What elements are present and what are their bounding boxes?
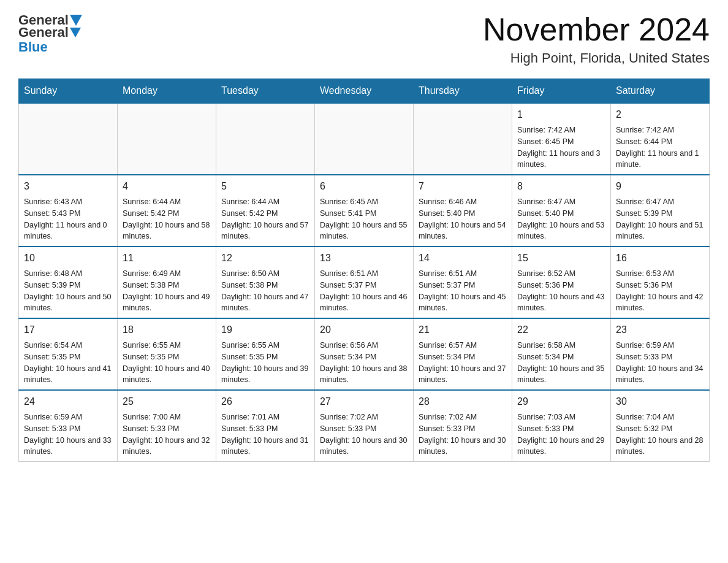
- calendar-cell: 11Sunrise: 6:49 AMSunset: 5:38 PMDayligh…: [118, 247, 216, 318]
- day-number: 10: [24, 251, 112, 266]
- day-number: 29: [517, 394, 605, 409]
- calendar-cell: 9Sunrise: 6:47 AMSunset: 5:39 PMDaylight…: [611, 175, 710, 247]
- calendar-cell: 10Sunrise: 6:48 AMSunset: 5:39 PMDayligh…: [19, 247, 118, 318]
- day-number: 5: [221, 179, 309, 194]
- calendar-cell: 15Sunrise: 6:52 AMSunset: 5:36 PMDayligh…: [512, 247, 611, 318]
- day-info: Sunrise: 6:53 AMSunset: 5:36 PMDaylight:…: [616, 268, 704, 314]
- calendar-cell: [118, 103, 216, 175]
- calendar-cell: [216, 103, 315, 175]
- calendar-cell: 19Sunrise: 6:55 AMSunset: 5:35 PMDayligh…: [216, 318, 315, 390]
- day-number: 24: [24, 394, 112, 409]
- day-info: Sunrise: 6:57 AMSunset: 5:34 PMDaylight:…: [419, 340, 507, 386]
- calendar-cell: 14Sunrise: 6:51 AMSunset: 5:37 PMDayligh…: [414, 247, 512, 318]
- calendar-cell: 1Sunrise: 7:42 AMSunset: 6:45 PMDaylight…: [512, 103, 611, 175]
- calendar-cell: 12Sunrise: 6:50 AMSunset: 5:38 PMDayligh…: [216, 247, 315, 318]
- col-monday: Monday: [118, 79, 216, 104]
- day-number: 16: [616, 251, 704, 266]
- day-info: Sunrise: 7:04 AMSunset: 5:32 PMDaylight:…: [616, 412, 704, 458]
- calendar-cell: 29Sunrise: 7:03 AMSunset: 5:33 PMDayligh…: [512, 390, 611, 462]
- day-info: Sunrise: 6:45 AMSunset: 5:41 PMDaylight:…: [320, 196, 408, 242]
- day-number: 18: [123, 323, 211, 337]
- day-info: Sunrise: 6:50 AMSunset: 5:38 PMDaylight:…: [221, 268, 309, 314]
- week-row-5: 24Sunrise: 6:59 AMSunset: 5:33 PMDayligh…: [19, 390, 710, 462]
- day-number: 22: [517, 323, 605, 337]
- day-number: 26: [221, 394, 309, 409]
- day-info: Sunrise: 6:48 AMSunset: 5:39 PMDaylight:…: [24, 268, 112, 314]
- day-info: Sunrise: 6:55 AMSunset: 5:35 PMDaylight:…: [221, 340, 309, 386]
- week-row-1: 1Sunrise: 7:42 AMSunset: 6:45 PMDaylight…: [19, 103, 710, 175]
- day-number: 27: [320, 394, 408, 409]
- calendar-cell: 13Sunrise: 6:51 AMSunset: 5:37 PMDayligh…: [315, 247, 414, 318]
- title-area: November 2024 High Point, Florida, Unite…: [483, 12, 710, 66]
- day-info: Sunrise: 7:03 AMSunset: 5:33 PMDaylight:…: [517, 412, 605, 458]
- day-number: 8: [517, 179, 605, 194]
- day-number: 13: [320, 251, 408, 266]
- day-number: 11: [123, 251, 211, 266]
- col-tuesday: Tuesday: [216, 79, 315, 104]
- day-number: 1: [517, 107, 605, 122]
- day-info: Sunrise: 6:43 AMSunset: 5:43 PMDaylight:…: [24, 196, 112, 242]
- calendar-cell: 26Sunrise: 7:01 AMSunset: 5:33 PMDayligh…: [216, 390, 315, 462]
- day-info: Sunrise: 7:42 AMSunset: 6:44 PMDaylight:…: [616, 124, 704, 170]
- col-sunday: Sunday: [19, 79, 118, 104]
- calendar-cell: [19, 103, 118, 175]
- col-wednesday: Wednesday: [315, 79, 414, 104]
- calendar-cell: 23Sunrise: 6:59 AMSunset: 5:33 PMDayligh…: [611, 318, 710, 390]
- calendar-cell: 2Sunrise: 7:42 AMSunset: 6:44 PMDaylight…: [611, 103, 710, 175]
- day-number: 30: [616, 394, 704, 409]
- location-subtitle: High Point, Florida, United States: [483, 50, 710, 66]
- day-number: 17: [24, 323, 112, 337]
- logo-blue-text: Blue: [18, 39, 48, 55]
- header-row: Sunday Monday Tuesday Wednesday Thursday…: [19, 79, 710, 104]
- day-info: Sunrise: 6:49 AMSunset: 5:38 PMDaylight:…: [123, 268, 211, 314]
- day-info: Sunrise: 6:59 AMSunset: 5:33 PMDaylight:…: [616, 340, 704, 386]
- calendar-cell: 16Sunrise: 6:53 AMSunset: 5:36 PMDayligh…: [611, 247, 710, 318]
- day-number: 21: [419, 323, 507, 337]
- day-number: 2: [616, 107, 704, 122]
- col-thursday: Thursday: [414, 79, 512, 104]
- day-info: Sunrise: 6:58 AMSunset: 5:34 PMDaylight:…: [517, 340, 605, 386]
- day-number: 6: [320, 179, 408, 194]
- day-number: 15: [517, 251, 605, 266]
- day-info: Sunrise: 7:01 AMSunset: 5:33 PMDaylight:…: [221, 412, 309, 458]
- calendar-cell: [414, 103, 512, 175]
- day-info: Sunrise: 6:44 AMSunset: 5:42 PMDaylight:…: [123, 196, 211, 242]
- calendar-cell: 5Sunrise: 6:44 AMSunset: 5:42 PMDaylight…: [216, 175, 315, 247]
- calendar-cell: 18Sunrise: 6:55 AMSunset: 5:35 PMDayligh…: [118, 318, 216, 390]
- col-friday: Friday: [512, 79, 611, 104]
- day-info: Sunrise: 6:51 AMSunset: 5:37 PMDaylight:…: [419, 268, 507, 314]
- day-info: Sunrise: 6:56 AMSunset: 5:34 PMDaylight:…: [320, 340, 408, 386]
- day-number: 7: [419, 179, 507, 194]
- day-number: 14: [419, 251, 507, 266]
- calendar-cell: 3Sunrise: 6:43 AMSunset: 5:43 PMDaylight…: [19, 175, 118, 247]
- day-info: Sunrise: 6:47 AMSunset: 5:39 PMDaylight:…: [616, 196, 704, 242]
- calendar-cell: 7Sunrise: 6:46 AMSunset: 5:40 PMDaylight…: [414, 175, 512, 247]
- day-info: Sunrise: 6:52 AMSunset: 5:36 PMDaylight:…: [517, 268, 605, 314]
- day-info: Sunrise: 6:55 AMSunset: 5:35 PMDaylight:…: [123, 340, 211, 386]
- day-number: 23: [616, 323, 704, 337]
- calendar-cell: 17Sunrise: 6:54 AMSunset: 5:35 PMDayligh…: [19, 318, 118, 390]
- week-row-4: 17Sunrise: 6:54 AMSunset: 5:35 PMDayligh…: [19, 318, 710, 390]
- calendar-cell: 6Sunrise: 6:45 AMSunset: 5:41 PMDaylight…: [315, 175, 414, 247]
- calendar-table: Sunday Monday Tuesday Wednesday Thursday…: [18, 79, 710, 462]
- calendar-cell: 24Sunrise: 6:59 AMSunset: 5:33 PMDayligh…: [19, 390, 118, 462]
- day-info: Sunrise: 7:00 AMSunset: 5:33 PMDaylight:…: [123, 412, 211, 458]
- day-number: 28: [419, 394, 507, 409]
- calendar-cell: [315, 103, 414, 175]
- day-info: Sunrise: 6:51 AMSunset: 5:37 PMDaylight:…: [320, 268, 408, 314]
- day-number: 25: [123, 394, 211, 409]
- day-number: 4: [123, 179, 211, 194]
- header: General General Blue November 2024 High …: [18, 12, 710, 66]
- day-info: Sunrise: 6:54 AMSunset: 5:35 PMDaylight:…: [24, 340, 112, 386]
- day-number: 3: [24, 179, 112, 194]
- week-row-3: 10Sunrise: 6:48 AMSunset: 5:39 PMDayligh…: [19, 247, 710, 318]
- col-saturday: Saturday: [611, 79, 710, 104]
- calendar-cell: 30Sunrise: 7:04 AMSunset: 5:32 PMDayligh…: [611, 390, 710, 462]
- day-info: Sunrise: 6:46 AMSunset: 5:40 PMDaylight:…: [419, 196, 507, 242]
- day-info: Sunrise: 6:44 AMSunset: 5:42 PMDaylight:…: [221, 196, 309, 242]
- day-info: Sunrise: 7:02 AMSunset: 5:33 PMDaylight:…: [419, 412, 507, 458]
- day-info: Sunrise: 6:47 AMSunset: 5:40 PMDaylight:…: [517, 196, 605, 242]
- day-info: Sunrise: 6:59 AMSunset: 5:33 PMDaylight:…: [24, 412, 112, 458]
- day-number: 12: [221, 251, 309, 266]
- calendar-cell: 8Sunrise: 6:47 AMSunset: 5:40 PMDaylight…: [512, 175, 611, 247]
